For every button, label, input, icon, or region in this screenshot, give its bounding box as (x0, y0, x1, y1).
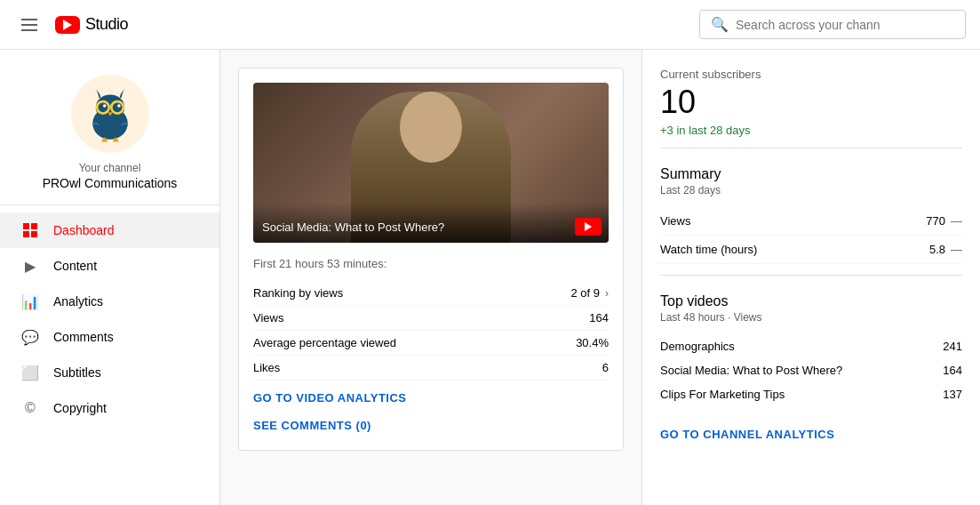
divider-2 (660, 275, 962, 276)
sidebar-item-content[interactable]: ▶ Content (0, 248, 219, 284)
stat-label-ranking: Ranking by views (253, 286, 343, 300)
stat-value-ranking: 2 of 9 › (570, 286, 609, 300)
top-video-views-1: 164 (943, 364, 962, 377)
top-video-name-1: Social Media: What to Post Where? (660, 364, 936, 377)
analytics-icon: 📊 (21, 293, 39, 310)
comments-label: Comments (53, 330, 114, 344)
stat-label-avg-pct: Average percentage viewed (253, 336, 396, 349)
summary-label-watchtime: Watch time (hours) (660, 243, 757, 256)
stat-row-avg-pct: Average percentage viewed 30.4% (253, 331, 609, 356)
stat-row-ranking: Ranking by views 2 of 9 › (253, 281, 609, 306)
subtitles-icon: ⬜ (21, 364, 39, 381)
thumbnail-overlay: Social Media: What to Post Where? (253, 203, 609, 243)
stat-value-avg-pct: 30.4% (576, 336, 609, 349)
content-icon: ▶ (21, 257, 39, 275)
thumbnail-logo (575, 218, 602, 236)
studio-label: Studio (85, 15, 128, 34)
top-video-name-2: Clips For Marketing Tips (660, 388, 936, 401)
subscribers-change: +3 in last 28 days (660, 124, 962, 137)
copyright-label: Copyright (53, 401, 107, 415)
top-video-row-0: Demographics 241 (660, 334, 962, 358)
stat-row-likes: Likes 6 (253, 356, 609, 381)
main-layout: Your channel PROwl Communications Dashbo… (0, 50, 980, 505)
top-video-views-2: 137 (943, 388, 962, 401)
svg-point-6 (102, 104, 106, 108)
header: Studio 🔍 (0, 0, 980, 50)
sidebar-item-analytics[interactable]: 📊 Analytics (0, 284, 219, 319)
stat-value-views: 164 (589, 311, 609, 325)
thumbnail-title: Social Media: What to Post Where? (262, 220, 600, 234)
divider-1 (660, 148, 962, 148)
channel-info: Your channel PROwl Communications (0, 57, 219, 205)
logo[interactable]: Studio (55, 15, 128, 34)
top-video-name-0: Demographics (660, 340, 936, 353)
go-to-channel-analytics-button[interactable]: GO TO CHANNEL ANALYTICS (660, 421, 962, 441)
analytics-label: Analytics (53, 294, 103, 309)
search-icon: 🔍 (711, 16, 729, 33)
svg-point-5 (112, 102, 122, 112)
youtube-icon (55, 16, 80, 34)
sidebar-item-subtitles[interactable]: ⬜ Subtitles (0, 355, 219, 390)
summary-section: Summary Last 28 days Views 770 — Watch t… (660, 166, 962, 276)
subtitles-label: Subtitles (53, 365, 101, 380)
sidebar: Your channel PROwl Communications Dashbo… (0, 50, 220, 505)
top-videos-section: Top videos Last 48 hours · Views Demogra… (660, 293, 962, 406)
summary-row-views: Views 770 — (660, 207, 962, 236)
stat-label-likes: Likes (253, 361, 280, 374)
menu-button[interactable] (14, 12, 44, 38)
channel-label: Your channel (79, 162, 141, 174)
video-thumbnail: Social Media: What to Post Where? (253, 83, 609, 243)
subscribers-label: Current subscribers (660, 68, 962, 81)
subscribers-count: 10 (660, 84, 962, 120)
comments-icon: 💬 (21, 328, 39, 346)
sidebar-item-dashboard[interactable]: Dashboard (0, 212, 219, 248)
search-input[interactable] (736, 18, 954, 32)
header-search: 🔍 (699, 10, 966, 39)
video-stats-header: First 21 hours 53 minutes: (253, 257, 609, 270)
video-card: Social Media: What to Post Where? First … (238, 68, 624, 451)
content-area: Social Media: What to Post Where? First … (220, 50, 980, 505)
header-left: Studio (14, 12, 128, 38)
dashboard-label: Dashboard (53, 223, 115, 237)
top-video-row-2: Clips For Marketing Tips 137 (660, 382, 962, 406)
stat-value-likes: 6 (602, 361, 609, 374)
ranking-arrow-icon: › (605, 287, 609, 300)
summary-subtitle: Last 28 days (660, 184, 962, 196)
top-videos-subtitle: Last 48 hours · Views (660, 311, 962, 324)
go-to-video-analytics-button[interactable]: GO TO VIDEO ANALYTICS (253, 381, 609, 408)
right-panel: Current subscribers 10 +3 in last 28 day… (642, 50, 980, 505)
summary-value-views: 770 — (926, 214, 962, 228)
summary-row-watchtime: Watch time (hours) 5.8 — (660, 236, 962, 264)
subscribers-section: Current subscribers 10 +3 in last 28 day… (660, 68, 962, 148)
left-panel: Social Media: What to Post Where? First … (220, 50, 642, 505)
sidebar-item-comments[interactable]: 💬 Comments (0, 319, 219, 355)
dashboard-icon (21, 221, 39, 239)
search-box[interactable]: 🔍 (699, 10, 966, 39)
copyright-icon: © (21, 399, 39, 417)
summary-title: Summary (660, 166, 962, 182)
svg-point-7 (117, 104, 121, 108)
sidebar-item-copyright[interactable]: © Copyright (0, 390, 219, 426)
top-videos-title: Top videos (660, 293, 962, 309)
content-label: Content (53, 259, 97, 273)
see-comments-button[interactable]: SEE COMMENTS (0) (253, 408, 609, 436)
svg-point-4 (98, 102, 108, 112)
channel-avatar (71, 75, 149, 153)
top-video-views-0: 241 (943, 340, 962, 353)
top-video-row-1: Social Media: What to Post Where? 164 (660, 358, 962, 382)
summary-label-views: Views (660, 214, 690, 228)
summary-value-watchtime: 5.8 — (929, 243, 962, 256)
channel-name: PROwl Communications (43, 176, 178, 190)
stat-row-views: Views 164 (253, 306, 609, 331)
stat-label-views: Views (253, 311, 283, 325)
